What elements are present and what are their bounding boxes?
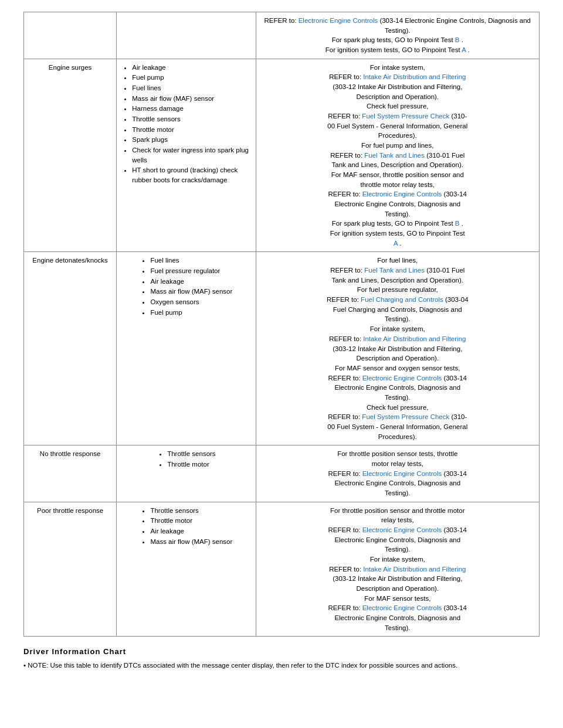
link-pinpoint-b-1[interactable]: B — [455, 36, 460, 43]
cell-condition-poor-throttle: Poor throttle response — [24, 502, 117, 637]
list-item: Throttle sensors — [132, 114, 250, 124]
list-item: Fuel pressure regulator — [150, 266, 232, 276]
cell-causes-surges: Air leakage Fuel pump Fuel lines Mass ai… — [117, 59, 256, 252]
table-row-engine-surges: Engine surges Air leakage Fuel pump Fuel… — [24, 59, 540, 252]
link-pinpoint-a-1[interactable]: A — [462, 46, 466, 53]
table-row-engine-detonates: Engine detonates/knocks Fuel lines Fuel … — [24, 252, 540, 445]
link-pinpoint-a-surges[interactable]: A — [394, 240, 398, 247]
causes-list-surges: Air leakage Fuel pump Fuel lines Mass ai… — [121, 63, 250, 186]
table-row-no-throttle: No throttle response Throttle sensors Th… — [24, 445, 540, 502]
table-row-top-ref: REFER to: Electronic Engine Controls (30… — [24, 12, 540, 59]
link-fuel-tank-detonates[interactable]: Fuel Tank and Lines — [364, 267, 425, 274]
list-item: HT short to ground (tracking) check rubb… — [132, 165, 250, 185]
link-eec-no-throttle[interactable]: Electronic Engine Controls — [362, 470, 442, 477]
list-item: Spark plugs — [132, 135, 250, 145]
list-item: Fuel lines — [132, 83, 250, 93]
list-item: Air leakage — [150, 277, 232, 287]
cell-empty-1 — [24, 12, 117, 59]
list-item: Oxygen sensors — [150, 297, 232, 307]
cell-action-surges: For intake system, REFER to: Intake Air … — [256, 59, 539, 252]
list-item: Fuel pump — [150, 308, 232, 318]
diagnostic-table: REFER to: Electronic Engine Controls (30… — [23, 12, 540, 637]
cell-causes-poor-throttle: Throttle sensors Throttle motor Air leak… — [117, 502, 256, 637]
link-eec-1[interactable]: Electronic Engine Controls — [299, 17, 378, 24]
link-eec-poor-throttle-2[interactable]: Electronic Engine Controls — [362, 604, 442, 611]
causes-list-poor-throttle: Throttle sensors Throttle motor Air leak… — [140, 506, 232, 547]
link-fuel-tank-surges[interactable]: Fuel Tank and Lines — [364, 152, 425, 159]
list-item: Fuel lines — [150, 256, 232, 266]
cell-condition-detonates: Engine detonates/knocks — [24, 252, 117, 445]
link-eec-poor-throttle-1[interactable]: Electronic Engine Controls — [362, 526, 442, 533]
list-item: Air leakage — [150, 526, 232, 536]
link-eec-surges[interactable]: Electronic Engine Controls — [362, 190, 442, 198]
note-paragraph: • NOTE: Use this table to identify DTCs … — [23, 661, 540, 671]
table-row-poor-throttle: Poor throttle response Throttle sensors … — [24, 502, 540, 637]
cell-causes-no-throttle: Throttle sensors Throttle motor — [117, 445, 256, 502]
link-fuel-pressure-surges[interactable]: Fuel System Pressure Check — [362, 113, 449, 120]
cell-action-no-throttle: For throttle position sensor tests, thro… — [256, 445, 539, 502]
list-item: Throttle motor — [150, 516, 232, 526]
link-fuel-pressure-detonates[interactable]: Fuel System Pressure Check — [362, 413, 449, 420]
link-eec-detonates[interactable]: Electronic Engine Controls — [362, 375, 442, 382]
link-pinpoint-b-surges[interactable]: B — [455, 220, 460, 227]
cell-action-poor-throttle: For throttle position sensor and throttl… — [256, 502, 539, 637]
list-item: Throttle sensors — [150, 506, 232, 516]
section-title: Driver Information Chart — [23, 647, 540, 656]
link-intake-surges[interactable]: Intake Air Distribution and Filtering — [363, 73, 466, 80]
list-item: Mass air flow (MAF) sensor — [150, 537, 232, 547]
cell-top-ref: REFER to: Electronic Engine Controls (30… — [256, 12, 539, 59]
causes-list-detonates: Fuel lines Fuel pressure regulator Air l… — [140, 256, 232, 318]
list-item: Mass air flow (MAF) sensor — [150, 287, 232, 297]
list-item: Harness damage — [132, 104, 250, 114]
list-item: Throttle motor — [167, 460, 215, 470]
list-item: Throttle motor — [132, 125, 250, 135]
link-fuel-charging-detonates[interactable]: Fuel Charging and Controls — [361, 296, 443, 303]
list-item: Air leakage — [132, 63, 250, 73]
link-intake-detonates[interactable]: Intake Air Distribution and Filtering — [363, 335, 466, 342]
causes-list-no-throttle: Throttle sensors Throttle motor — [157, 449, 215, 470]
link-intake-poor-throttle[interactable]: Intake Air Distribution and Filtering — [363, 566, 466, 573]
list-item: Throttle sensors — [167, 449, 215, 459]
list-item: Fuel pump — [132, 73, 250, 83]
cell-empty-2 — [117, 12, 256, 59]
cell-action-detonates: For fuel lines, REFER to: Fuel Tank and … — [256, 252, 539, 445]
cell-condition-no-throttle: No throttle response — [24, 445, 117, 502]
cell-causes-detonates: Fuel lines Fuel pressure regulator Air l… — [117, 252, 256, 445]
cell-condition-surges: Engine surges — [24, 59, 117, 252]
list-item: Check for water ingress into spark plug … — [132, 145, 250, 165]
list-item: Mass air flow (MAF) sensor — [132, 94, 250, 104]
